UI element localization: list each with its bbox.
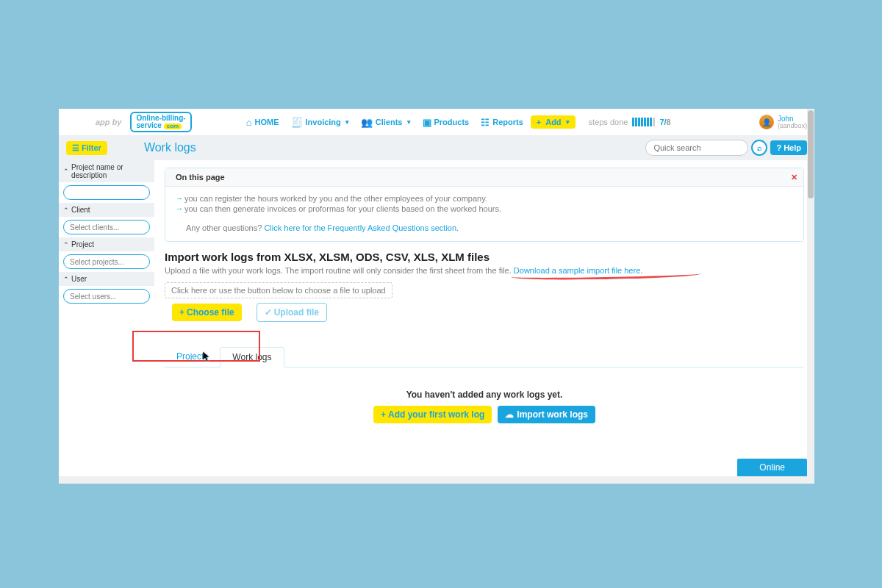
- search-icon: ⌕: [757, 143, 762, 152]
- filter-client-select[interactable]: Select clients...: [63, 220, 150, 234]
- steps-label: steps done: [589, 118, 628, 126]
- nav-products[interactable]: ▣Products: [418, 115, 474, 130]
- report-icon: ☷: [481, 117, 490, 128]
- faq-link[interactable]: Click here for the Frequently Asked Ques…: [264, 223, 456, 232]
- horizontal-scrollbar[interactable]: [59, 476, 807, 484]
- page-title: Work logs: [144, 141, 196, 154]
- close-icon[interactable]: ✕: [791, 173, 797, 182]
- steps-count: 7/8: [659, 118, 670, 126]
- upload-file-button[interactable]: Upload file: [257, 303, 327, 322]
- steps-progress: [632, 118, 655, 126]
- home-icon: ⌂: [246, 117, 252, 128]
- box-icon: ▣: [423, 117, 431, 128]
- online-status[interactable]: Online: [737, 459, 807, 476]
- filter-project-desc-input[interactable]: [63, 185, 150, 200]
- user-mode: (sandbox): [778, 123, 807, 129]
- user-menu[interactable]: 👤 John (sandbox): [759, 115, 807, 129]
- file-drop-zone[interactable]: Click here or use the button below to ch…: [165, 282, 392, 298]
- panel-line-2: you can then generate invoices or profor…: [176, 204, 793, 213]
- filter-user-select[interactable]: Select users...: [63, 289, 150, 304]
- user-name: John: [778, 115, 807, 123]
- invoice-icon: 🧾: [291, 117, 303, 128]
- search-button[interactable]: ⌕: [751, 140, 767, 156]
- sidebar-section-project-desc[interactable]: Project name or description: [59, 160, 154, 182]
- people-icon: 👥: [361, 117, 373, 128]
- choose-file-button[interactable]: Choose file: [172, 304, 242, 321]
- sidebar-section-user[interactable]: User: [59, 272, 154, 286]
- filter-button[interactable]: Filter: [66, 141, 107, 155]
- filter-project-select[interactable]: Select projects...: [63, 254, 150, 269]
- add-first-work-log-button[interactable]: Add your first work log: [373, 406, 492, 423]
- nav-reports[interactable]: ☷Reports: [476, 115, 528, 130]
- import-title: Import work logs from XLSX, XLSM, ODS, C…: [165, 251, 804, 263]
- tab-projects[interactable]: Projects: [165, 347, 220, 367]
- nav-invoicing[interactable]: 🧾Invoicing: [287, 115, 354, 130]
- sidebar-section-project[interactable]: Project: [59, 237, 154, 251]
- nav-add[interactable]: Add: [531, 115, 576, 129]
- search-input[interactable]: [645, 140, 748, 156]
- brand-logo[interactable]: Online-billing- service com: [130, 112, 191, 132]
- nav-clients[interactable]: 👥Clients: [356, 115, 415, 130]
- panel-header: On this page: [176, 173, 225, 182]
- nav-home[interactable]: ⌂HOME: [242, 115, 284, 130]
- empty-message: You haven't added any work logs yet.: [165, 390, 804, 400]
- avatar: 👤: [759, 115, 774, 129]
- download-sample-link[interactable]: Download a sample import file here: [514, 266, 640, 275]
- panel-line-1: you can register the hours worked by you…: [176, 194, 793, 203]
- sidebar-section-client[interactable]: Client: [59, 203, 154, 217]
- help-button[interactable]: Help: [770, 140, 807, 155]
- tab-work-logs[interactable]: Work logs: [220, 347, 284, 368]
- import-work-logs-button[interactable]: Import work logs: [498, 406, 595, 423]
- app-by-label: app by: [96, 118, 121, 126]
